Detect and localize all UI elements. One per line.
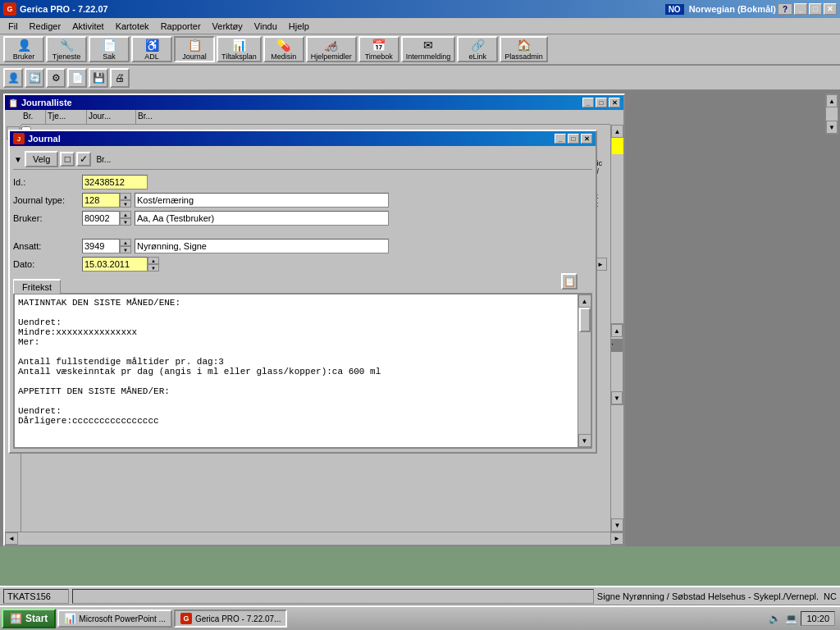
dato-label: Dato: — [13, 259, 79, 269]
journalliste-maximize[interactable]: □ — [596, 98, 607, 107]
bruker-num-input[interactable] — [82, 211, 120, 226]
tab-content: MATINNTAK DEN SISTE MÅNED/ENE: Uendret: … — [13, 293, 592, 449]
toolbar-elink[interactable]: 🔗 eLink — [457, 36, 498, 62]
dato-up[interactable]: ▲ — [148, 257, 159, 264]
toolbar-adl[interactable]: ♿ ADL — [131, 36, 172, 62]
close-button[interactable]: ✕ — [824, 3, 837, 15]
ansatt-down[interactable]: ▼ — [120, 246, 131, 253]
journalliste-close[interactable]: ✕ — [609, 98, 620, 107]
bruker-up[interactable]: ▲ — [120, 211, 131, 218]
bruker-spinner: ▲ ▼ — [120, 211, 131, 226]
toolbar-timebok[interactable]: 📅 Timebok — [358, 36, 399, 62]
tb2-btn6[interactable]: 🖨 — [110, 68, 130, 88]
journalliste-minimize[interactable]: _ — [582, 98, 594, 107]
help-button[interactable]: ? — [778, 3, 792, 15]
copy-icon-button[interactable]: 📋 — [561, 273, 578, 290]
menu-hjelp[interactable]: Hjelp — [284, 20, 314, 33]
tray-icon1: 🔊 — [768, 612, 781, 625]
minimize-button[interactable]: _ — [794, 3, 807, 15]
jl-scroll-down[interactable]: ▼ — [611, 518, 623, 532]
far-scroll-down[interactable]: ▼ — [611, 391, 623, 404]
tjeneste-icon: 🔧 — [60, 39, 73, 52]
ansatt-text-input[interactable] — [135, 239, 389, 253]
taskbar-powerpoint[interactable]: 📊 Microsoft PowerPoint ... — [57, 609, 172, 628]
tab-fritekst[interactable]: Fritekst — [13, 279, 61, 294]
jl-scroll-thumb — [612, 138, 623, 154]
app-title: Gerica PRO - 7.22.07 — [20, 4, 108, 14]
toolbar-internmelding-label: Internmelding — [406, 52, 451, 61]
journal-maximize[interactable]: □ — [568, 134, 579, 144]
toolbar-plassadmin[interactable]: 🏠 Plassadmin — [500, 36, 548, 62]
journal-type-text-input[interactable] — [135, 193, 389, 208]
tab-scroll-track — [578, 308, 591, 434]
menu-fil[interactable]: Fil — [3, 20, 23, 33]
toolbar-tjeneste[interactable]: 🔧 Tjeneste — [46, 36, 87, 62]
jl-scroll-track — [611, 138, 623, 154]
menu-rapporter[interactable]: Rapporter — [156, 20, 206, 33]
start-button[interactable]: 🪟 Start — [2, 609, 56, 628]
tb2-btn4[interactable]: 📄 — [67, 68, 87, 88]
tb2-btn2[interactable]: 🔄 — [25, 68, 44, 88]
tab-scroll-down[interactable]: ▼ — [578, 434, 591, 447]
tab-fritekst-content[interactable]: MATINNTAK DEN SISTE MÅNED/ENE: Uendret: … — [15, 294, 591, 447]
journal-titlebar-left: J Journal — [13, 133, 61, 144]
maximize-button[interactable]: □ — [809, 3, 822, 15]
toolbar-tiltaksplan[interactable]: 📊 Tiltaksplan — [217, 36, 262, 62]
toolbar-internmelding[interactable]: ✉ Internmelding — [401, 36, 456, 62]
ansatt-up[interactable]: ▲ — [120, 239, 131, 246]
tab-header: Fritekst — [13, 278, 592, 293]
toolbar-medisin[interactable]: 💊 Medisin — [263, 36, 304, 62]
lang-label: Norwegian (Bokmål) — [689, 4, 776, 14]
journal-minimize[interactable]: _ — [555, 134, 566, 144]
bruker-down[interactable]: ▼ — [120, 218, 131, 226]
far-scroll-up[interactable]: ▲ — [611, 324, 623, 337]
toolbar-bruker[interactable]: 👤 Bruker — [3, 36, 44, 62]
toolbar-journal[interactable]: 📋 Journal — [174, 36, 215, 62]
id-input[interactable] — [82, 175, 148, 189]
tb2-btn5[interactable]: 💾 — [89, 68, 108, 88]
journal-close[interactable]: ✕ — [581, 134, 592, 144]
menu-vindu[interactable]: Vindu — [249, 20, 282, 33]
tab-scroll-up[interactable]: ▲ — [578, 294, 591, 308]
journal-type-spinner-wrap: ▲ ▼ — [82, 193, 131, 208]
toolbar-sak[interactable]: 📄 Sak — [89, 36, 130, 62]
journal-tb-icon2[interactable]: ✓ — [76, 152, 91, 167]
start-label: Start — [25, 613, 48, 624]
far-scroll-dot: · — [611, 339, 623, 352]
rp-scroll-down[interactable]: ▼ — [826, 121, 838, 134]
velg-button[interactable]: Velg — [25, 151, 58, 167]
id-label: Id.: — [13, 177, 79, 187]
bruker-row: Bruker: ▲ ▼ — [13, 211, 592, 226]
jl-col-visible: Br... — [96, 155, 111, 164]
bruker-text-input[interactable] — [135, 211, 389, 226]
rp-scroll-up[interactable]: ▲ — [826, 94, 838, 107]
tb2-btn1[interactable]: 👤 — [3, 68, 23, 88]
toolbar-plassadmin-label: Plassadmin — [504, 52, 543, 61]
tab-fritekst-label: Fritekst — [22, 282, 52, 292]
toolbar-medisin-label: Medisin — [271, 52, 296, 61]
plassadmin-icon: 🏠 — [518, 39, 531, 52]
status-right-text: Signe Nyrønning / Søbstad Helsehus - Syk… — [597, 591, 819, 601]
title-bar-right: NO Norwegian (Bokmål) ? _ □ ✕ — [665, 3, 837, 15]
menu-kartotek[interactable]: Kartotek — [111, 20, 154, 33]
toolbar-hjelpemidler[interactable]: 🦽 Hjelpemidler — [306, 36, 357, 62]
jl-scroll-up[interactable]: ▲ — [611, 125, 623, 138]
menu-verktoy[interactable]: Verktøy — [208, 20, 248, 33]
journal-tb-icon1[interactable]: □ — [60, 152, 75, 167]
taskbar-gerica[interactable]: G Gerica PRO - 7.22.07... — [174, 609, 288, 628]
dato-input[interactable] — [82, 257, 148, 272]
tb2-btn3[interactable]: ⚙ — [46, 68, 66, 88]
jl-bottom-scroll-left[interactable]: ◄ — [5, 532, 18, 545]
journal-type-down[interactable]: ▼ — [120, 200, 131, 208]
dato-down[interactable]: ▼ — [148, 264, 159, 272]
journal-type-up[interactable]: ▲ — [120, 193, 131, 200]
taskbar-right: 🔊 💻 10:20 — [765, 611, 838, 626]
start-icon: 🪟 — [10, 613, 22, 624]
jl-bottom-scroll-right[interactable]: ► — [610, 532, 623, 545]
ansatt-num-input[interactable] — [82, 239, 120, 253]
menu-rediger[interactable]: Rediger — [25, 20, 66, 33]
ansatt-spinner-wrap: ▲ ▼ — [82, 239, 131, 253]
menu-aktivitet[interactable]: Aktivitet — [67, 20, 109, 33]
bruker-spinner-wrap: ▲ ▼ — [82, 211, 131, 226]
journal-type-input[interactable] — [82, 193, 120, 208]
